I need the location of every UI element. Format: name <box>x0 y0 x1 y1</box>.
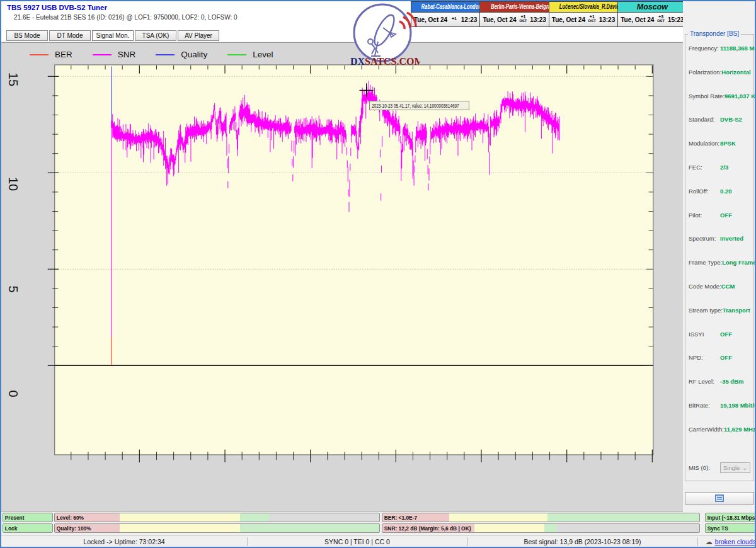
field-value: 2/3 <box>720 164 750 171</box>
clock-time: Tue, Oct 24+1DST13:23 <box>480 13 548 26</box>
weather-link[interactable]: broken clouds <box>715 538 756 545</box>
transponder-field-row: Symbol Rate:9691,037 KS/s <box>685 93 753 117</box>
transponder-field-row: Frequency:11188,368 MHz <box>685 45 753 69</box>
ber-bar-label: BER: <1.0E-7 <box>382 515 417 521</box>
lock-indicator-label: Lock <box>3 525 17 532</box>
clock-city-label: Moscow <box>618 2 686 13</box>
quality-bar-label: Quality: 100% <box>55 525 91 532</box>
quality-bar: Quality: 100% <box>54 523 380 533</box>
y-axis-label: 5 <box>5 281 21 297</box>
field-value: Transport <box>723 307 750 314</box>
field-value: Inverted <box>720 235 750 242</box>
input-bar: Input (~18,31 Mbps) <box>705 513 756 522</box>
input-bar-label: Input (~18,31 Mbps) <box>706 515 756 521</box>
satellite-dish-logo-icon: DXSATCS.COM <box>345 3 420 68</box>
field-value: OFF <box>720 354 750 361</box>
tab-bs-mode[interactable]: BS Mode <box>6 30 48 41</box>
field-label: Frequency: <box>689 45 720 52</box>
panel-list-button[interactable] <box>685 492 754 505</box>
logo-text-dx: DX <box>350 56 365 67</box>
sync-ts-bar: Sync TS <box>705 523 756 533</box>
field-value: 8PSK <box>720 140 750 147</box>
transponder-field-row: RollOff:0.20 <box>685 188 753 212</box>
status-bar: Locked -> Uptime: 73:02:34 SYNC 0 | TEI … <box>1 535 755 547</box>
level-bar: Level: 60% <box>54 513 380 522</box>
transponder-field-row: RF Level:-35 dBm <box>685 378 753 402</box>
y-axis-label: 0 <box>5 385 21 402</box>
lock-indicator: Lock <box>3 523 53 533</box>
field-value: 11,629 MHz <box>724 426 756 433</box>
field-value: DVB-S2 <box>720 116 750 123</box>
field-label: RollOff: <box>689 188 720 195</box>
chevron-down-icon: ⌄ <box>742 464 747 471</box>
mis-label: MIS (0): <box>689 464 720 471</box>
clock-city-label: Rabat-Casablanca-London <box>411 2 479 13</box>
sync-tei-cc-status: SYNC 0 | TEI 0 | CC 0 <box>247 538 467 545</box>
transponder-panel: Transponder [BS] Frequency:11188,368 MHz… <box>683 1 756 548</box>
satellite-subtitle: 21.6E - Eutelsat 21B SES 16 (ID: 0216) @… <box>14 14 238 21</box>
field-value: OFF <box>720 331 750 338</box>
tab-dt-mode[interactable]: DT Mode <box>49 30 91 41</box>
field-value: 9691,037 KS/s <box>724 93 756 100</box>
transponder-fields: Frequency:11188,368 MHzPolarization:Hori… <box>685 35 753 479</box>
transponder-field-row: Spectrum:Inverted <box>685 235 753 259</box>
clock-panel: Rabat-Casablanca-LondonTue, Oct 24+112:2… <box>411 2 479 26</box>
transponder-field-row: CarrierWidth:11,629 MHz <box>685 426 753 450</box>
signal-chart-plot[interactable] <box>1 43 683 512</box>
transponder-field-row: Stream type:Transport <box>685 307 753 331</box>
transponder-field-row: ISSYIOFF <box>685 331 753 355</box>
field-label: BitRate: <box>689 402 720 409</box>
snr-bar-label: SNR: 12,2 dB (Margin: 5,6 dB | OK) <box>382 525 471 532</box>
transponder-groupbox: Transponder [BS] Frequency:11188,368 MHz… <box>685 34 754 481</box>
dxsatcs-logo: DXSATCS.COM <box>345 3 420 68</box>
field-label: ISSYI <box>689 331 720 338</box>
field-label: CarrierWidth: <box>689 426 724 433</box>
clock-time: Tue, Oct 24+3DST15:23 <box>618 13 686 26</box>
clock-city-label: Lučenec/Slovakia_R.Dávid <box>549 2 617 13</box>
field-label: Symbol Rate: <box>689 93 724 100</box>
y-axis-label: 15 <box>5 71 21 88</box>
mis-dropdown[interactable]: Single⌄ <box>720 462 750 473</box>
transponder-field-row: FEC:2/3 <box>685 164 753 188</box>
tab-bar: BS ModeDT ModeSignal Mon.TSA (OK)AV Play… <box>6 30 219 41</box>
field-value: Horizontal <box>721 69 750 76</box>
transponder-field-row: NPD:OFF <box>685 354 753 378</box>
y-axis-label: 10 <box>5 176 21 192</box>
transponder-title: Transponder [BS] <box>688 30 741 37</box>
field-value: OFF <box>720 212 750 219</box>
sync-ts-bar-label: Sync TS <box>706 525 728 532</box>
level-bar-label: Level: 60% <box>55 515 84 521</box>
logo-text-satcs: SATCS.COM <box>365 56 420 67</box>
field-label: Pilot: <box>689 212 720 219</box>
clock-panel: Berlin-Paris-Vienna-BelgradeTue, Oct 24+… <box>479 2 548 26</box>
signal-chart-region[interactable]: BERSNRQualityLevel 051015 <box>1 42 683 511</box>
transponder-field-row: Code Mode:CCM <box>685 283 753 307</box>
tab-signal-mon-[interactable]: Signal Mon. <box>92 30 134 41</box>
transponder-field-row: Frame Type:Long Frame <box>685 259 753 283</box>
clock-time: Tue, Oct 24+112:23 <box>411 13 479 26</box>
field-label: Standard: <box>689 116 720 123</box>
snr-bar: SNR: 12,2 dB (Margin: 5,6 dB | OK) <box>382 523 700 533</box>
mis-row: MIS (0):Single⌄ <box>685 456 753 480</box>
svg-text:DXSATCS.COM: DXSATCS.COM <box>350 56 420 67</box>
field-label: Stream type: <box>689 307 723 314</box>
lock-uptime-status: Locked -> Uptime: 73:02:34 <box>1 538 247 545</box>
app-title: TBS 5927 USB DVB-S2 Tuner <box>7 4 107 11</box>
chart-tooltip-text: 2023-10-23 05.41.17, value: 14,100000381… <box>372 103 459 109</box>
field-label: Frame Type: <box>689 259 722 266</box>
field-value: 0.20 <box>720 188 750 195</box>
field-value: 11188,368 MHz <box>720 45 756 52</box>
transponder-field-row: Pilot:OFF <box>685 212 753 236</box>
ber-bar: BER: <1.0E-7 <box>382 513 700 522</box>
tab-av-player[interactable]: AV Player <box>178 30 219 41</box>
clock-panel: MoscowTue, Oct 24+3DST15:23 <box>617 2 686 26</box>
tuner-app-window: TBS 5927 USB DVB-S2 Tuner 21.6E - Eutels… <box>0 0 756 548</box>
best-signal-status: Best signal: 13,9 dB (2023-10-23 08:19) <box>467 538 697 545</box>
field-label: FEC: <box>689 164 720 171</box>
tab-tsa-ok-[interactable]: TSA (OK) <box>135 30 176 41</box>
field-value: CCM <box>721 283 750 290</box>
field-label: Code Mode: <box>689 283 721 290</box>
clock-time: Tue, Oct 24+1DST13:23 <box>549 13 617 26</box>
present-indicator-label: Present <box>3 515 25 521</box>
transponder-field-row: Polarization:Horizontal <box>685 69 753 93</box>
